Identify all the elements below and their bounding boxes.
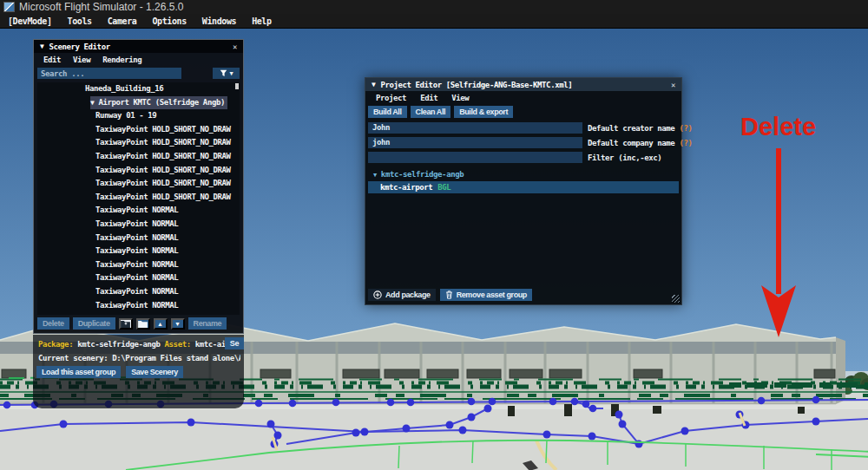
project-editor-title: Project Editor [Selfridge-ANG-Base-KMTC.…	[380, 81, 572, 89]
scenery-list-item[interactable]: TaxiwayPoint NORMAL	[37, 258, 240, 272]
scenery-editor-titlebar[interactable]: ▼ Scenery Editor ✕	[34, 40, 243, 53]
scenery-list-item[interactable]: TaxiwayPoint HOLD_SHORT_NO_DRAW	[37, 150, 240, 164]
scenery-list-item[interactable]: ▼Airport KMTC (Selfridge Angb)	[37, 96, 240, 110]
scenery-list-item[interactable]: TaxiwayPoint HOLD_SHORT_NO_DRAW	[37, 177, 240, 191]
os-titlebar: Microsoft Flight Simulator - 1.26.5.0	[0, 0, 868, 14]
trash-icon	[445, 290, 453, 299]
field-label: Default company name (?)	[588, 139, 692, 147]
package-value: kmtc-selfridge-angb	[77, 340, 160, 349]
field-label: Filter (inc,-exc)	[588, 153, 661, 162]
window-resize-handle[interactable]	[672, 295, 680, 303]
help-icon[interactable]: (?)	[679, 124, 692, 133]
scenery-menu-item[interactable]: Rendering	[96, 55, 148, 64]
menubar-item[interactable]: Windows	[194, 16, 244, 26]
collapse-arrow-icon[interactable]: ▼	[372, 81, 375, 88]
field-label: Default creator name (?)	[588, 124, 692, 133]
project-menu-item[interactable]: Edit	[413, 94, 444, 102]
scenery-editor-menu: EditViewRendering	[34, 53, 243, 66]
save-scenery-button[interactable]: Save Scenery	[126, 366, 183, 378]
scenery-list-item[interactable]: TaxiwayPoint NORMAL	[37, 204, 240, 218]
scenery-menu-item[interactable]: Edit	[37, 55, 67, 64]
asset-type-badge: BGL	[437, 183, 450, 192]
rename-button[interactable]: Rename	[188, 317, 227, 330]
project-editor-fields: John Default creator name (?) john Defau…	[365, 121, 681, 165]
move-up-button[interactable]: ▲	[154, 318, 168, 330]
annotation-arrow	[756, 145, 801, 343]
app-window: { "window_title": "Microsoft Flight Simu…	[0, 0, 868, 470]
build-button[interactable]: Build All	[368, 106, 407, 118]
scenery-list-item[interactable]: TaxiwayPoint NORMAL	[37, 299, 240, 313]
project-editor-toolbar: Build AllClean AllBuild & export	[365, 104, 681, 121]
scenery-list-item[interactable]: TaxiwayPoint NORMAL	[37, 271, 240, 285]
package-group-name: kmtc-selfridge-angb	[381, 170, 464, 179]
package-tree: ▼ kmtc-selfridge-angb kmtc-airportBGL	[368, 169, 679, 277]
menubar-item[interactable]: Tools	[60, 16, 100, 26]
scenery-editor-toolbar: Delete Duplicate ▲ ▼ Rename	[34, 315, 243, 330]
package-asset-row[interactable]: kmtc-airportBGL	[368, 181, 679, 193]
collapse-arrow-icon[interactable]: ▼	[40, 42, 43, 50]
project-field-row: john Default company name (?)	[365, 135, 681, 150]
project-menu-item[interactable]: View	[444, 94, 476, 102]
down-arrow-icon: ▼	[174, 321, 181, 327]
open-group-button[interactable]	[136, 318, 150, 330]
scenery-list-item[interactable]: TaxiwayPoint NORMAL	[37, 232, 240, 245]
project-editor-footer: Add package Remove asset group	[368, 289, 532, 301]
app-icon	[3, 2, 15, 12]
delete-button[interactable]: Delete	[37, 317, 69, 330]
load-asset-group-button[interactable]: Load this asset group	[36, 366, 121, 378]
plus-circle-icon	[373, 290, 382, 299]
tree-arrow-icon[interactable]: ▼	[373, 172, 377, 179]
menubar-item[interactable]: Help	[244, 16, 279, 26]
scenery-list-item[interactable]: TaxiwayPoint NORMAL	[37, 245, 240, 258]
scenery-editor-window: ▼ Scenery Editor ✕ EditViewRendering ▼ H…	[33, 39, 244, 408]
annotation-delete-text: Delete	[740, 113, 816, 141]
move-down-button[interactable]: ▼	[171, 318, 185, 330]
folder-icon	[138, 320, 148, 328]
scenery-menu-item[interactable]: View	[67, 55, 96, 64]
close-icon[interactable]: ✕	[233, 42, 237, 51]
up-arrow-icon: ▲	[157, 321, 163, 327]
field-input[interactable]	[368, 152, 582, 163]
menubar-item[interactable]: Options	[144, 16, 194, 26]
duplicate-button[interactable]: Duplicate	[73, 317, 115, 330]
scenery-list-item[interactable]: TaxiwayPoint HOLD_SHORT_NO_DRAW	[37, 136, 240, 150]
filter-button[interactable]: ▼	[213, 68, 240, 79]
scenery-list-item[interactable]: Haneda_Building_16	[37, 82, 240, 96]
list-scrollbar-thumb[interactable]	[235, 83, 239, 89]
remove-asset-group-button[interactable]: Remove asset group	[440, 289, 532, 301]
build-button[interactable]: Build & export	[454, 106, 513, 118]
menubar-item[interactable]: Camera	[100, 16, 145, 26]
scenery-list-item[interactable]: TaxiwayPoint HOLD_SHORT_NO_DRAW	[37, 123, 240, 137]
asset-name: kmtc-airport	[380, 183, 432, 192]
project-field-row: Filter (inc,-exc)	[365, 150, 681, 165]
scenery-editor-title: Scenery Editor	[49, 42, 109, 51]
search-input[interactable]	[37, 68, 181, 79]
select-asset-button[interactable]: Se	[225, 337, 244, 349]
package-group-row[interactable]: ▼ kmtc-selfridge-angb	[368, 169, 679, 180]
field-input[interactable]: john	[368, 137, 582, 148]
package-label: Package:	[38, 340, 73, 349]
field-input[interactable]: John	[368, 122, 582, 134]
scenery-object-list: Haneda_Building_16 ▼Airport KMTC (Selfri…	[37, 82, 240, 315]
filter-caret-icon: ▼	[230, 70, 233, 77]
scenery-list-item[interactable]: TaxiwayPoint HOLD_SHORT_NO_DRAW	[37, 164, 240, 178]
project-editor-window: ▼ Project Editor [Selfridge-ANG-Base-KMT…	[365, 77, 682, 305]
filter-funnel-icon	[220, 69, 227, 77]
scenery-list-item[interactable]: Runway 01 - 19	[37, 109, 240, 123]
project-editor-menu: ProjectEditView	[365, 91, 681, 104]
add-package-button[interactable]: Add package	[368, 289, 436, 301]
current-scenery-path: Current scenery: D:\Program Files stand …	[38, 354, 240, 362]
scenery-list-item[interactable]: TaxiwayPoint HOLD_SHORT_NO_DRAW	[37, 191, 240, 205]
help-icon[interactable]: (?)	[679, 139, 692, 147]
add-group-button[interactable]	[119, 318, 133, 330]
scenery-search-row: ▼	[34, 66, 243, 81]
scenery-list-item[interactable]: TaxiwayPoint NORMAL	[37, 285, 240, 299]
scenery-list-item[interactable]: TaxiwayPoint NORMAL	[37, 218, 240, 232]
project-editor-titlebar[interactable]: ▼ Project Editor [Selfridge-ANG-Base-KMT…	[365, 78, 681, 91]
menubar-item[interactable]: [DevMode]	[0, 16, 60, 26]
close-icon[interactable]: ✕	[671, 81, 675, 89]
window-title: Microsoft Flight Simulator - 1.26.5.0	[19, 1, 183, 13]
asset-label: Asset:	[165, 340, 191, 349]
build-button[interactable]: Clean All	[411, 106, 451, 118]
project-menu-item[interactable]: Project	[369, 94, 413, 102]
